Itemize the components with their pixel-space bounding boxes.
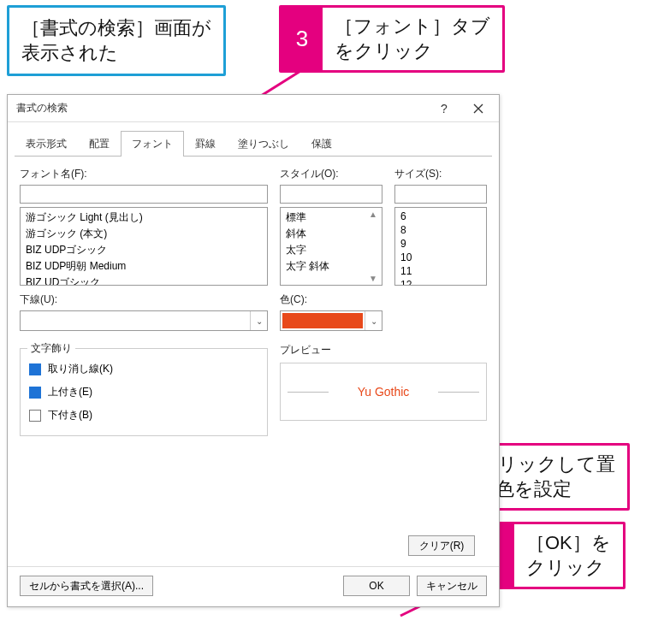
callout-step-3: 3 ［フォント］タブ をクリック [279, 5, 505, 73]
scroll-indicator: ▲▼ [366, 208, 380, 285]
color-combo[interactable]: ⌄ [280, 310, 382, 331]
checkbox-icon [29, 363, 41, 375]
callout-step-text: ［フォント］タブ をクリック [323, 8, 502, 70]
list-item[interactable]: 9 [395, 237, 486, 251]
superscript-checkbox[interactable]: 上付き(E) [29, 381, 258, 404]
close-icon [473, 103, 483, 114]
list-item[interactable]: 6 [395, 210, 486, 223]
size-list[interactable]: 6 8 9 10 11 12 [394, 207, 487, 286]
style-label: スタイル(O): [280, 167, 382, 181]
tab-protection[interactable]: 保護 [300, 131, 343, 157]
checkbox-label: 上付き(E) [48, 385, 92, 399]
color-label: 色(C): [280, 292, 382, 307]
dialog-title: 書式の検索 [16, 101, 427, 115]
tab-alignment[interactable]: 配置 [78, 131, 121, 157]
list-item[interactable]: 8 [395, 223, 486, 237]
help-button[interactable]: ? [427, 97, 461, 121]
tab-font[interactable]: フォント [121, 131, 184, 157]
preview-box: Yu Gothic [280, 363, 487, 421]
underline-combo[interactable]: ⌄ [20, 310, 268, 331]
select-format-from-cell-button[interactable]: セルから書式を選択(A)... [20, 576, 153, 596]
underline-label: 下線(U): [20, 292, 268, 307]
style-input[interactable] [280, 185, 382, 204]
preview-text: Yu Gothic [358, 385, 410, 399]
clear-button[interactable]: クリア(R) [408, 535, 475, 556]
find-format-dialog: 書式の検索 ? 表示形式 配置 フォント 罫線 塗りつぶし 保護 フォント名(F… [7, 94, 500, 607]
effects-group-title: 文字飾り [27, 341, 75, 356]
tab-number-format[interactable]: 表示形式 [15, 131, 78, 157]
list-item[interactable]: 11 [395, 264, 486, 278]
style-list[interactable]: 標準 斜体 太字 太字 斜体 ▲▼ [280, 207, 382, 286]
list-item[interactable]: 游ゴシック Light (見出し) [21, 210, 267, 226]
cancel-button[interactable]: キャンセル [417, 576, 487, 596]
tab-body-font: フォント名(F): スタイル(O): サイズ(S): 游ゴシック Light (… [8, 157, 499, 566]
font-name-list[interactable]: 游ゴシック Light (見出し) 游ゴシック (本文) BIZ UDPゴシック… [20, 207, 268, 286]
preview-label: プレビュー [280, 343, 487, 357]
dialog-footer: セルから書式を選択(A)... OK キャンセル [8, 566, 499, 606]
chevron-down-icon: ⌄ [365, 311, 382, 330]
subscript-checkbox[interactable]: 下付き(B) [29, 404, 258, 427]
tab-fill[interactable]: 塗りつぶし [227, 131, 300, 157]
font-name-label: フォント名(F): [20, 167, 268, 181]
checkbox-icon [29, 410, 41, 422]
list-item[interactable]: BIZ UDP明朝 Medium [21, 258, 267, 275]
font-name-input[interactable] [20, 185, 268, 204]
size-input[interactable] [394, 185, 487, 204]
callout-step-text: ［OK］を クリック [514, 524, 623, 587]
chevron-down-icon: ▼ [369, 274, 377, 283]
list-item[interactable]: 10 [395, 251, 486, 264]
titlebar: 書式の検索 ? [8, 95, 499, 122]
callout-step-number: 3 [282, 8, 323, 70]
close-button[interactable] [461, 97, 495, 121]
tab-strip: 表示形式 配置 フォント 罫線 塗りつぶし 保護 [8, 122, 499, 157]
effects-group: 文字飾り 取り消し線(K) 上付き(E) 下付き(B) [20, 348, 268, 436]
callout-info-blue: ［書式の検索］画面が 表示された [7, 5, 226, 76]
chevron-up-icon: ▲ [369, 210, 377, 219]
list-item[interactable]: BIZ UDゴシック [21, 275, 267, 286]
list-item[interactable]: 12 [395, 278, 486, 286]
strikethrough-checkbox[interactable]: 取り消し線(K) [29, 357, 258, 381]
color-swatch [282, 313, 363, 328]
chevron-down-icon: ⌄ [250, 311, 267, 330]
checkbox-label: 取り消し線(K) [48, 362, 113, 376]
list-item[interactable]: 游ゴシック (本文) [21, 226, 267, 242]
checkbox-label: 下付き(B) [48, 408, 92, 422]
tab-border[interactable]: 罫線 [184, 131, 227, 157]
list-item[interactable]: BIZ UDPゴシック [21, 242, 267, 258]
ok-button[interactable]: OK [343, 576, 410, 596]
checkbox-icon [29, 387, 41, 399]
size-label: サイズ(S): [394, 167, 487, 181]
